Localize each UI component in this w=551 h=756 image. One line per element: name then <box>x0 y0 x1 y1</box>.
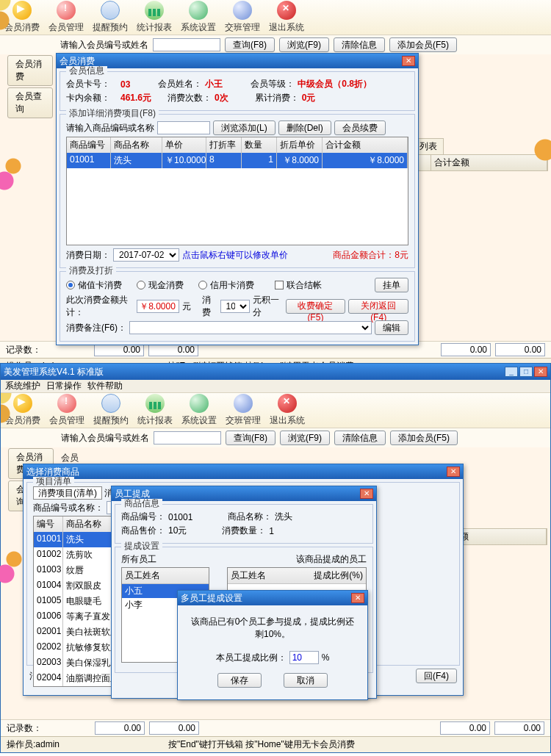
tab-query[interactable]: 会员查询 <box>7 87 53 118</box>
menu-sys[interactable]: 系统维护 <box>5 380 40 392</box>
chk-joint[interactable] <box>275 281 284 289</box>
tb-remind[interactable]: 提醒预约 <box>88 1 132 34</box>
query-button[interactable]: 查询(F8) <box>225 37 275 52</box>
menu-help[interactable]: 软件帮助 <box>87 380 123 392</box>
save-button[interactable]: 保存 <box>217 673 262 688</box>
grp3-cap: 消费及打折 <box>66 266 116 275</box>
hold-button[interactable]: 挂单 <box>375 278 408 292</box>
browse-button[interactable]: 浏览(F9) <box>280 431 330 445</box>
query-button[interactable]: 查询(F8) <box>226 431 276 445</box>
reccount-l: 记录数： <box>6 344 41 356</box>
main-toolbar: 会员消费 会员管理 提醒预约 统计报表 系统设置 交班管理 退出系统 <box>0 0 551 35</box>
window-titlebar: 美发管理系统V4.1 标准版 _ □ ✕ <box>1 364 550 380</box>
radio-credit[interactable] <box>198 281 207 289</box>
chart-icon <box>145 1 164 20</box>
tb-member[interactable]: 会员管理 <box>45 394 89 427</box>
window-title: 美发管理系统V4.1 标准版 <box>4 366 104 378</box>
tb-report[interactable]: 统计报表 <box>133 394 177 427</box>
search-input[interactable] <box>153 38 220 51</box>
tb-exit[interactable]: 退出系统 <box>265 394 309 427</box>
renew-button[interactable]: 会员续费 <box>334 120 386 135</box>
close-icon[interactable]: ✕ <box>447 467 460 477</box>
dlg4-title: 多员工提成设置 <box>181 592 242 605</box>
shift-icon <box>233 1 252 20</box>
cancel-button[interactable]: 取消 <box>284 673 328 688</box>
browseadd-button[interactable]: 浏览添加(L) <box>213 120 276 135</box>
ratio-input[interactable] <box>289 651 319 664</box>
tb-exit[interactable]: 退出系统 <box>264 1 309 34</box>
dlg-multi-commission: 多员工提成设置✕ 该商品已有0个员工参与提成，提成比例还剩10%。 本员工提成比… <box>177 590 368 700</box>
play-icon <box>12 1 32 20</box>
close-icon[interactable]: ✕ <box>360 489 373 499</box>
tb-report[interactable]: 统计报表 <box>132 1 176 34</box>
tb-member[interactable]: 会员管理 <box>44 1 88 34</box>
warn-icon <box>57 1 76 20</box>
tb-sys[interactable]: 系统设置 <box>176 1 220 34</box>
tb-shift[interactable]: 交班管理 <box>221 394 265 427</box>
sum-label: 商品金额合计：8元 <box>333 249 408 262</box>
tb-sys[interactable]: 系统设置 <box>177 394 221 427</box>
return-button[interactable]: 关闭返回(F4) <box>348 299 408 314</box>
clear-button[interactable]: 清除信息 <box>334 431 386 445</box>
search-input[interactable] <box>154 431 221 444</box>
maximize-icon[interactable]: □ <box>519 367 533 377</box>
date-select[interactable]: 2017-07-02 <box>113 248 179 262</box>
tb-remind[interactable]: 提醒预约 <box>89 394 133 427</box>
gear-icon <box>189 1 208 20</box>
radio-stored[interactable] <box>66 281 75 289</box>
close-icon[interactable]: ✕ <box>402 56 415 66</box>
menu-daily[interactable]: 日常操作 <box>46 380 82 392</box>
confirm-button[interactable]: 收费确定(F5) <box>286 299 346 314</box>
close-icon[interactable]: ✕ <box>534 367 547 377</box>
addmember-button[interactable]: 添加会员(F5) <box>389 37 457 52</box>
radio-cash[interactable] <box>137 281 145 289</box>
note-icon <box>101 1 120 20</box>
tb-shift[interactable]: 交班管理 <box>220 1 264 34</box>
flower-decor <box>0 151 29 210</box>
memo-select[interactable] <box>129 321 372 334</box>
minimize-icon[interactable]: _ <box>505 367 518 377</box>
total-input[interactable] <box>137 300 179 313</box>
return-button[interactable]: 回(F4) <box>416 669 457 683</box>
subtab-list[interactable]: 消费项目(清单) <box>33 486 102 500</box>
dlg-consume: 会员消费✕ 会员信息 会员卡号：03 会员姓名：小王 会员等级：中级会员（0.8… <box>56 53 419 345</box>
delete-button[interactable]: 删除(Del) <box>278 120 331 135</box>
browse-button[interactable]: 浏览(F9) <box>279 37 329 52</box>
grp1-cap: 会员信息 <box>66 66 107 75</box>
addmember-button[interactable]: 添加会员(F5) <box>390 431 458 445</box>
pts-select[interactable]: 10 <box>220 300 250 313</box>
tab-consume[interactable]: 会员消费 <box>7 55 53 86</box>
flower-decor-r <box>530 135 551 165</box>
modify-tip: 点击鼠标右键可以修改单价 <box>182 249 288 262</box>
prod-input[interactable] <box>157 121 210 134</box>
exit-icon <box>277 1 296 20</box>
clear-button[interactable]: 清除信息 <box>334 37 385 52</box>
close-icon[interactable]: ✕ <box>351 593 364 603</box>
table-row[interactable]: 01001 洗头 ￥10.0000 8 1 ￥8.0000 ￥8.0000 <box>67 153 408 168</box>
search-label: 请输入会员编号或姓名 <box>60 39 148 51</box>
edit-button[interactable]: 编辑 <box>375 320 408 335</box>
grp2-cap: 添加详细消费项目(F8) <box>66 109 159 118</box>
dlg4-msg: 该商品已有0个员工参与提成，提成比例还剩10%。 <box>187 616 359 641</box>
